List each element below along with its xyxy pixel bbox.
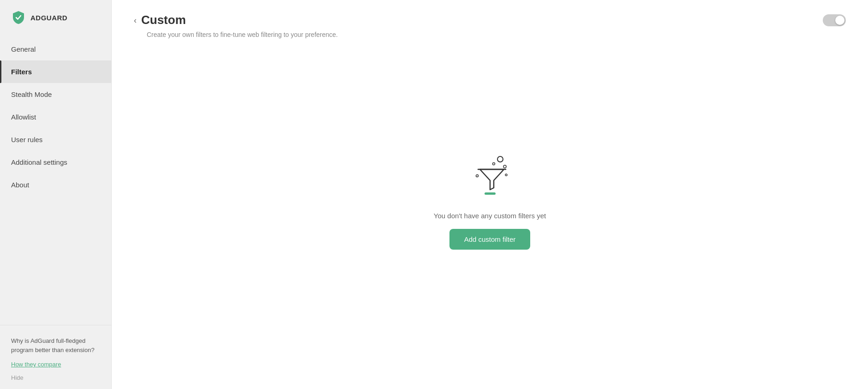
page-title: Custom [141,13,186,27]
svg-point-2 [492,163,495,165]
sidebar-item-stealth-mode[interactable]: Stealth Mode [0,83,111,106]
how-they-compare-link[interactable]: How they compare [11,361,100,368]
hide-promo-button[interactable]: Hide [11,374,24,381]
promo-description: Why is AdGuard full-fledged program bett… [11,336,100,354]
main-content: ‹ Custom Create your own filters to fine… [112,0,868,389]
logo-area: ADGUARD [0,0,111,38]
empty-state-message: You don't have any custom filters yet [434,212,546,220]
sidebar-navigation: General Filters Stealth Mode Allowlist U… [0,38,111,325]
sidebar-item-general[interactable]: General [0,38,111,60]
back-button[interactable]: ‹ [134,16,137,24]
svg-point-0 [497,156,503,162]
sidebar: ADGUARD General Filters Stealth Mode All… [0,0,112,389]
enable-toggle[interactable] [823,14,846,26]
svg-point-5 [476,175,478,177]
header-left: ‹ Custom [134,13,186,27]
svg-rect-4 [485,192,496,195]
sidebar-item-about[interactable]: About [0,174,111,196]
page-subtitle: Create your own filters to fine-tune web… [112,31,868,49]
sidebar-item-user-rules[interactable]: User rules [0,128,111,151]
sidebar-item-filters[interactable]: Filters [0,60,111,83]
sidebar-item-additional-settings[interactable]: Additional settings [0,151,111,174]
svg-point-6 [505,174,507,176]
content-header: ‹ Custom [112,0,868,31]
toggle-thumb [835,16,844,25]
toggle-track [823,14,846,26]
filter-illustration-icon [467,152,513,203]
adguard-logo-icon [11,10,26,25]
sidebar-promo: Why is AdGuard full-fledged program bett… [0,325,111,389]
app-name: ADGUARD [30,14,67,22]
add-custom-filter-button[interactable]: Add custom filter [449,229,531,250]
sidebar-item-allowlist[interactable]: Allowlist [0,106,111,128]
empty-state: You don't have any custom filters yet Ad… [112,49,868,389]
svg-point-1 [503,165,506,168]
